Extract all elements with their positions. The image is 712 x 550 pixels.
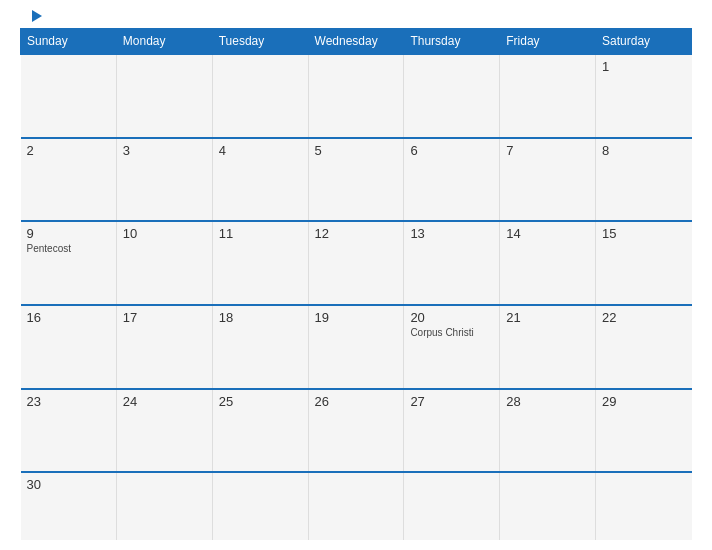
- day-number: 10: [123, 226, 206, 241]
- day-number: 4: [219, 143, 302, 158]
- day-number: 11: [219, 226, 302, 241]
- calendar-cell: 25: [212, 389, 308, 473]
- calendar-cell: 18: [212, 305, 308, 389]
- day-number: 9: [27, 226, 110, 241]
- day-number: 24: [123, 394, 206, 409]
- calendar-cell: 23: [21, 389, 117, 473]
- day-number: 29: [602, 394, 685, 409]
- day-number: 26: [315, 394, 398, 409]
- calendar-cell: 11: [212, 221, 308, 305]
- day-number: 12: [315, 226, 398, 241]
- calendar-cell: 21: [500, 305, 596, 389]
- calendar-week-2: 9Pentecost101112131415: [21, 221, 692, 305]
- calendar-table: SundayMondayTuesdayWednesdayThursdayFrid…: [20, 28, 692, 540]
- day-number: 20: [410, 310, 493, 325]
- day-number: 28: [506, 394, 589, 409]
- calendar-cell: [596, 472, 692, 540]
- calendar-cell: 12: [308, 221, 404, 305]
- calendar-week-3: 1617181920Corpus Christi2122: [21, 305, 692, 389]
- calendar-cell: 22: [596, 305, 692, 389]
- calendar-cell: 3: [116, 138, 212, 222]
- calendar-week-0: 1: [21, 54, 692, 138]
- day-number: 18: [219, 310, 302, 325]
- svg-marker-0: [32, 10, 42, 22]
- day-number: 21: [506, 310, 589, 325]
- calendar-cell: 2: [21, 138, 117, 222]
- calendar-cell: [500, 54, 596, 138]
- calendar-cell: 8: [596, 138, 692, 222]
- day-number: 25: [219, 394, 302, 409]
- calendar-cell: 10: [116, 221, 212, 305]
- holiday-name: Pentecost: [27, 243, 110, 254]
- calendar-cell: [500, 472, 596, 540]
- day-number: 8: [602, 143, 685, 158]
- logo-flag-icon: [22, 10, 42, 22]
- calendar-cell: 5: [308, 138, 404, 222]
- calendar-cell: 17: [116, 305, 212, 389]
- calendar-cell: 24: [116, 389, 212, 473]
- day-number: 27: [410, 394, 493, 409]
- calendar-cell: [404, 472, 500, 540]
- calendar-cell: 16: [21, 305, 117, 389]
- calendar-cell: [404, 54, 500, 138]
- calendar-cell: [116, 472, 212, 540]
- calendar-cell: 19: [308, 305, 404, 389]
- calendar-cell: 29: [596, 389, 692, 473]
- day-number: 13: [410, 226, 493, 241]
- holiday-name: Corpus Christi: [410, 327, 493, 338]
- calendar-cell: 20Corpus Christi: [404, 305, 500, 389]
- calendar-cell: 7: [500, 138, 596, 222]
- dow-header-sunday: Sunday: [21, 29, 117, 55]
- calendar-cell: 1: [596, 54, 692, 138]
- calendar-cell: 4: [212, 138, 308, 222]
- calendar-cell: 30: [21, 472, 117, 540]
- calendar-cell: [212, 54, 308, 138]
- day-number: 6: [410, 143, 493, 158]
- calendar-cell: 14: [500, 221, 596, 305]
- day-number: 1: [602, 59, 685, 74]
- dow-header-saturday: Saturday: [596, 29, 692, 55]
- calendar-cell: 6: [404, 138, 500, 222]
- calendar-cell: 27: [404, 389, 500, 473]
- dow-header-wednesday: Wednesday: [308, 29, 404, 55]
- calendar-cell: 28: [500, 389, 596, 473]
- day-number: 23: [27, 394, 110, 409]
- calendar-header: [20, 10, 692, 22]
- day-number: 16: [27, 310, 110, 325]
- calendar-cell: [212, 472, 308, 540]
- day-number: 5: [315, 143, 398, 158]
- day-number: 3: [123, 143, 206, 158]
- day-number: 22: [602, 310, 685, 325]
- logo: [20, 10, 42, 22]
- calendar-cell: [308, 472, 404, 540]
- day-number: 15: [602, 226, 685, 241]
- day-number: 19: [315, 310, 398, 325]
- dow-header-monday: Monday: [116, 29, 212, 55]
- day-number: 7: [506, 143, 589, 158]
- calendar-cell: 26: [308, 389, 404, 473]
- calendar-cell: 13: [404, 221, 500, 305]
- calendar-cell: [21, 54, 117, 138]
- calendar-cell: 9Pentecost: [21, 221, 117, 305]
- dow-header-tuesday: Tuesday: [212, 29, 308, 55]
- calendar-week-5: 30: [21, 472, 692, 540]
- calendar-week-1: 2345678: [21, 138, 692, 222]
- day-number: 2: [27, 143, 110, 158]
- calendar-week-4: 23242526272829: [21, 389, 692, 473]
- dow-header-friday: Friday: [500, 29, 596, 55]
- day-number: 17: [123, 310, 206, 325]
- day-number: 14: [506, 226, 589, 241]
- calendar-header-row: SundayMondayTuesdayWednesdayThursdayFrid…: [21, 29, 692, 55]
- calendar-cell: 15: [596, 221, 692, 305]
- day-number: 30: [27, 477, 110, 492]
- calendar-cell: [116, 54, 212, 138]
- calendar-cell: [308, 54, 404, 138]
- dow-header-thursday: Thursday: [404, 29, 500, 55]
